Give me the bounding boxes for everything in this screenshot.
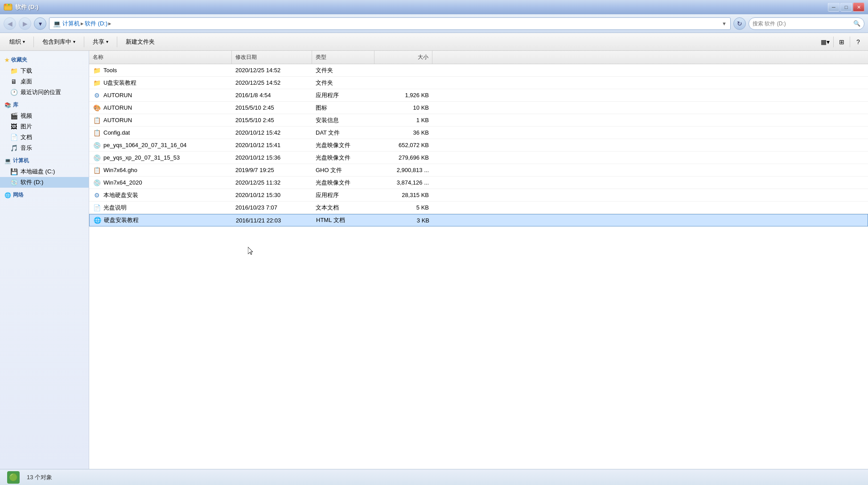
col-header-name[interactable]: 名称 <box>89 51 232 64</box>
file-name-cell: 💿 pe_yqs_xp_20_07_31_15_53 <box>89 154 232 162</box>
file-name-cell: 🎨 AUTORUN <box>89 104 232 112</box>
sidebar-item-documents[interactable]: 📄 文档 <box>0 132 89 143</box>
file-icon: ⚙ <box>93 91 101 99</box>
include-label: 包含到库中 <box>42 38 71 46</box>
file-size: 2,900,813 ... <box>374 167 432 173</box>
table-row[interactable]: 📄 光盘说明 2016/10/23 7:07 文本文档 5 KB <box>89 201 868 214</box>
table-row[interactable]: 💿 pe_yqs_xp_20_07_31_15_53 2020/10/12 15… <box>89 152 868 164</box>
include-button[interactable]: 包含到库中 ▾ <box>37 35 81 49</box>
favorites-icon: ★ <box>4 57 9 63</box>
file-type: 安装信息 <box>312 116 374 124</box>
sidebar-item-recent[interactable]: 🕐 最近访问的位置 <box>0 87 89 98</box>
search-input[interactable] <box>753 21 852 27</box>
col-header-date[interactable]: 修改日期 <box>232 51 312 64</box>
file-size: 28,315 KB <box>374 192 432 198</box>
titlebar-title: 软件 (D:) <box>15 3 38 11</box>
file-icon: 📁 <box>93 79 101 87</box>
status-app-icon: 🟢 <box>7 471 20 484</box>
new-folder-button[interactable]: 新建文件夹 <box>120 35 160 49</box>
search-box[interactable]: 🔍 <box>749 17 864 30</box>
file-icon: 📋 <box>93 129 101 137</box>
change-view-button[interactable]: ⊞ <box>835 36 848 48</box>
view-toggle-button[interactable]: ▦▾ <box>819 36 831 48</box>
path-drive[interactable]: 软件 (D:) <box>85 20 107 28</box>
table-row[interactable]: ⚙ 本地硬盘安装 2020/10/12 15:30 应用程序 28,315 KB <box>89 189 868 201</box>
svg-point-3 <box>7 4 8 5</box>
sidebar-section-library: 📚 库 🎬 视频 🖼 图片 📄 文档 🎵 音乐 <box>0 99 89 153</box>
forward-button[interactable]: ▶ <box>19 17 31 30</box>
file-size: 1 KB <box>374 117 432 123</box>
sidebar: ★ 收藏夹 📁 下载 🖥 桌面 🕐 最近访问的位置 📚 库 <box>0 51 89 469</box>
sidebar-item-music[interactable]: 🎵 音乐 <box>0 143 89 153</box>
col-size-label: 大小 <box>418 53 428 61</box>
sidebar-header-computer[interactable]: 💻 计算机 <box>0 155 89 166</box>
table-row[interactable]: 📋 AUTORUN 2015/5/10 2:45 安装信息 1 KB <box>89 114 868 127</box>
file-date: 2019/9/7 19:25 <box>232 167 312 173</box>
sidebar-header-favorites[interactable]: ★ 收藏夹 <box>0 54 89 66</box>
file-name-cell: 📄 光盘说明 <box>89 204 232 212</box>
sidebar-item-ddrive[interactable]: 💿 软件 (D:) <box>0 177 89 188</box>
col-header-type[interactable]: 类型 <box>312 51 374 64</box>
sidebar-item-desktop[interactable]: 🖥 桌面 <box>0 76 89 87</box>
table-row[interactable]: 🎨 AUTORUN 2015/5/10 2:45 图标 10 KB <box>89 102 868 114</box>
music-icon: 🎵 <box>10 144 18 152</box>
share-button[interactable]: 共享 ▾ <box>87 35 114 49</box>
back-button[interactable]: ◀ <box>4 17 16 30</box>
file-size: 3 KB <box>375 217 433 224</box>
computer-section-icon: 💻 <box>4 158 11 164</box>
titlebar-buttons: ─ □ ✕ <box>828 3 864 12</box>
minimize-button[interactable]: ─ <box>828 3 839 12</box>
organize-dropdown-icon: ▾ <box>23 39 25 44</box>
computer-label: 计算机 <box>13 157 29 164</box>
sidebar-item-videos[interactable]: 🎬 视频 <box>0 111 89 121</box>
sidebar-section-computer: 💻 计算机 💾 本地磁盘 (C:) 💿 软件 (D:) <box>0 155 89 188</box>
file-size: 36 KB <box>374 129 432 136</box>
file-icon: 🌐 <box>93 216 101 224</box>
titlebar: 软件 (D:) ─ □ ✕ <box>0 0 868 14</box>
file-date: 2020/10/12 15:42 <box>232 129 312 136</box>
file-type: HTML 文档 <box>313 216 375 224</box>
file-date: 2020/12/25 11:32 <box>232 179 312 186</box>
table-row[interactable]: 💿 pe_yqs_1064_20_07_31_16_04 2020/10/12 … <box>89 139 868 152</box>
file-size: 279,696 KB <box>374 154 432 161</box>
table-row[interactable]: 📋 Win7x64.gho 2019/9/7 19:25 GHO 文件 2,90… <box>89 164 868 177</box>
refresh-button[interactable]: ↻ <box>733 17 746 30</box>
file-name-cell: 📋 Win7x64.gho <box>89 166 232 174</box>
file-name-cell: 📋 Config.dat <box>89 129 232 137</box>
computer-icon: 💻 <box>53 20 61 27</box>
col-type-label: 类型 <box>316 53 326 61</box>
cdrive-icon: 💾 <box>10 168 18 176</box>
address-dropdown-arrow[interactable]: ▼ <box>722 21 727 26</box>
table-row[interactable]: 💿 Win7x64_2020 2020/12/25 11:32 光盘映像文件 3… <box>89 177 868 189</box>
sidebar-header-network[interactable]: 🌐 网络 <box>0 189 89 201</box>
col-date-label: 修改日期 <box>235 53 257 61</box>
sidebar-header-library[interactable]: 📚 库 <box>0 99 89 111</box>
table-row[interactable]: 📋 Config.dat 2020/10/12 15:42 DAT 文件 36 … <box>89 127 868 139</box>
new-folder-label: 新建文件夹 <box>126 38 155 46</box>
table-row[interactable]: ⚙ AUTORUN 2016/1/8 4:54 应用程序 1,926 KB <box>89 89 868 102</box>
maximize-button[interactable]: □ <box>840 3 852 12</box>
recent-locations-button[interactable]: ▾ <box>34 17 46 30</box>
library-label: 库 <box>13 101 18 109</box>
path-computer[interactable]: 计算机 <box>62 20 80 28</box>
file-date: 2020/10/12 15:36 <box>232 154 312 161</box>
sidebar-item-pictures[interactable]: 🖼 图片 <box>0 121 89 132</box>
address-box[interactable]: 💻 计算机 ▸ 软件 (D:) ▸ ▼ <box>49 17 731 30</box>
file-list[interactable]: 名称 修改日期 类型 大小 📁 Tools 2020/12/25 14:52 文… <box>89 51 868 469</box>
sidebar-item-cdrive[interactable]: 💾 本地磁盘 (C:) <box>0 166 89 177</box>
file-type: DAT 文件 <box>312 129 374 137</box>
help-button[interactable]: ? <box>852 36 864 48</box>
sidebar-item-downloads[interactable]: 📁 下载 <box>0 66 89 76</box>
close-button[interactable]: ✕ <box>853 3 864 12</box>
file-date: 2020/12/25 14:52 <box>232 67 312 74</box>
path-separator-1: ▸ <box>81 20 84 27</box>
file-date: 2015/5/10 2:45 <box>232 117 312 123</box>
table-row[interactable]: 📁 U盘安装教程 2020/12/25 14:52 文件夹 <box>89 77 868 89</box>
col-header-size[interactable]: 大小 <box>374 51 432 64</box>
table-row[interactable]: 📁 Tools 2020/12/25 14:52 文件夹 <box>89 64 868 77</box>
table-row[interactable]: 🌐 硬盘安装教程 2016/11/21 22:03 HTML 文档 3 KB <box>89 214 868 226</box>
organize-label: 组织 <box>9 38 21 46</box>
window-icon <box>4 3 12 12</box>
organize-button[interactable]: 组织 ▾ <box>4 35 31 49</box>
addressbar: ◀ ▶ ▾ 💻 计算机 ▸ 软件 (D:) ▸ ▼ ↻ 🔍 <box>0 14 868 33</box>
